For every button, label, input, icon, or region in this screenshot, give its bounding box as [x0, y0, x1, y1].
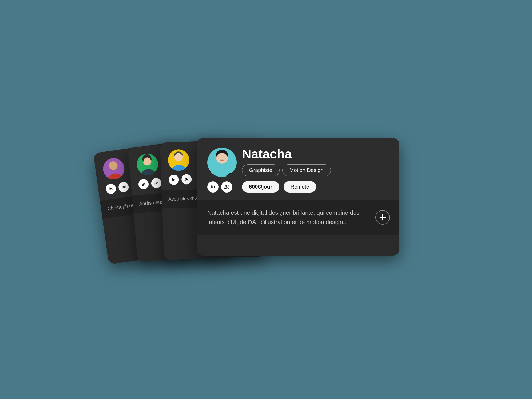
- avatar-1: [102, 157, 126, 181]
- tag-motion-design: Motion Design: [282, 164, 331, 176]
- social-icons-1: in Bē: [105, 181, 129, 195]
- natacha-description: Natacha est une digital designer brillan…: [207, 208, 362, 227]
- behance-icon-1[interactable]: Bē: [118, 181, 129, 193]
- natacha-name: Natacha: [242, 148, 389, 161]
- rate-badge: 600€/jour: [242, 181, 279, 193]
- social-icons-2: in Bē: [138, 178, 162, 190]
- profile-card-natacha[interactable]: in Bē Natacha Graphiste Motion Design 60…: [197, 138, 399, 256]
- linkedin-icon-natacha[interactable]: in: [207, 181, 219, 193]
- natacha-tags-row-2: 600€/jour Remote: [242, 181, 389, 193]
- cards-stack: in Bē Christoph depuis 10: [106, 135, 426, 264]
- avatar-natacha: [207, 148, 237, 177]
- svg-point-16: [220, 160, 224, 161]
- svg-point-15: [217, 153, 227, 163]
- linkedin-icon-3[interactable]: in: [169, 174, 179, 185]
- remote-badge: Remote: [284, 181, 316, 193]
- natacha-tags-row-1: Graphiste Motion Design: [242, 164, 389, 176]
- behance-icon-2[interactable]: Bē: [151, 178, 162, 189]
- tag-graphiste: Graphiste: [242, 164, 280, 176]
- avatar-wrapper-1: in Bē: [102, 157, 129, 195]
- linkedin-icon-2[interactable]: in: [138, 179, 149, 190]
- plus-icon: [379, 214, 386, 221]
- natacha-info: Natacha Graphiste Motion Design 600€/jou…: [242, 148, 389, 193]
- behance-icon-natacha[interactable]: Bē: [221, 181, 232, 193]
- linkedin-icon-1[interactable]: in: [105, 183, 117, 195]
- social-icons-3: in Bē: [169, 174, 192, 185]
- svg-point-8: [171, 165, 187, 171]
- avatar-wrapper-natacha: in Bē: [207, 148, 237, 193]
- avatar-wrapper-2: in Bē: [136, 153, 162, 190]
- avatar-2: [136, 153, 159, 176]
- social-icons-natacha: in Bē: [207, 181, 237, 193]
- behance-icon-3[interactable]: Bē: [181, 174, 192, 185]
- svg-point-4: [140, 169, 156, 176]
- avatar-wrapper-3: in Bē: [168, 149, 192, 185]
- expand-button[interactable]: [375, 210, 390, 225]
- svg-point-1: [107, 173, 124, 181]
- avatar-3: [168, 149, 190, 171]
- svg-point-17: [223, 172, 237, 177]
